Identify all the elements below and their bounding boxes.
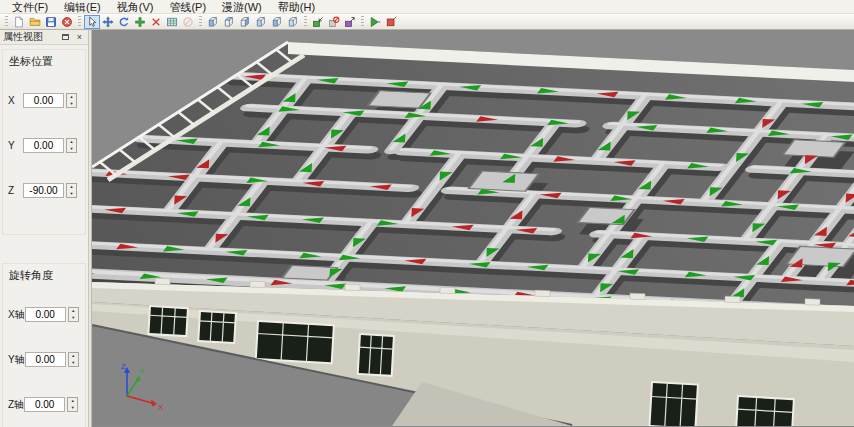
rotation-z-input-label: Z轴 (8, 398, 24, 412)
position-y-input-label: Y (8, 140, 23, 151)
group-title: 旋转角度 (9, 268, 83, 283)
export-model-icon[interactable] (342, 15, 358, 29)
import-model-icon[interactable] (310, 15, 326, 29)
main-area: 属性视图 × 坐标位置X▲▼Y▲▼Z▲▼旋转角度X轴▲▼Y轴▲▼Z轴▲▼ (0, 30, 854, 427)
position-z-input-spin-down[interactable]: ▼ (67, 191, 76, 198)
position-z-input[interactable] (23, 183, 64, 198)
menu-view[interactable]: 视角(V) (109, 0, 162, 14)
menu-file[interactable]: 文件(F) (4, 0, 56, 14)
group-title: 坐标位置 (9, 54, 83, 69)
field-row: X轴▲▼ (7, 307, 83, 322)
toolbar-grip[interactable] (304, 16, 307, 28)
rotation-y-input-spin-down[interactable]: ▼ (69, 360, 78, 367)
app-window: 文件(F)编辑(E)视角(V)管线(P)漫游(W)帮助(H) 属性视图 × 坐标… (0, 0, 854, 427)
properties-panel-title: 属性视图 (3, 30, 43, 44)
rotation-z-input-spin-down[interactable]: ▼ (68, 405, 77, 412)
menu-edit[interactable]: 编辑(E) (56, 0, 109, 14)
menu-pipeline[interactable]: 管线(P) (161, 0, 214, 14)
position-x-input-label: X (8, 95, 23, 106)
rotation-z-input[interactable] (24, 397, 65, 412)
axis-z-label: Z (121, 362, 126, 371)
viewport-3d[interactable]: Z Y X (92, 30, 854, 427)
view-cube-right-icon[interactable] (237, 15, 253, 29)
rotation-y-input-spinner: ▲▼ (68, 352, 79, 367)
toolbar-grip[interactable] (361, 16, 364, 28)
rotation-x-input[interactable] (25, 307, 66, 322)
panel-float-button[interactable] (60, 32, 71, 43)
menu-bar: 文件(F)编辑(E)视角(V)管线(P)漫游(W)帮助(H) (0, 0, 854, 14)
position-x-input-spinner: ▲▼ (66, 93, 77, 108)
rotation-x-input-spin-down[interactable]: ▼ (69, 315, 78, 322)
field-row: Z轴▲▼ (7, 397, 83, 412)
axis-y-label: Y (139, 367, 145, 376)
rotation-z-input-spinner: ▲▼ (67, 397, 78, 412)
panel-close-button[interactable]: × (74, 32, 85, 43)
menu-roam[interactable]: 漫游(W) (214, 0, 270, 14)
position-z-input-label: Z (8, 185, 23, 196)
axis-x-label: X (158, 403, 164, 412)
open-folder-icon[interactable] (27, 15, 43, 29)
field-row: Y轴▲▼ (7, 352, 83, 367)
new-file-icon[interactable] (11, 15, 27, 29)
close-red-icon[interactable] (59, 15, 75, 29)
properties-panel-body: 坐标位置X▲▼Y▲▼Z▲▼旋转角度X轴▲▼Y轴▲▼Z轴▲▼ (0, 45, 88, 427)
add-plus-icon[interactable] (132, 15, 148, 29)
delete-x-icon[interactable] (148, 15, 164, 29)
rotation-x-input-label: X轴 (8, 308, 25, 322)
save-icon[interactable] (43, 15, 59, 29)
position-y-input-spin-down[interactable]: ▼ (67, 146, 76, 153)
group-rotation-angle: 旋转角度X轴▲▼Y轴▲▼Z轴▲▼ (2, 263, 86, 427)
properties-panel-header: 属性视图 × (0, 30, 88, 45)
float-window-icon (62, 34, 69, 40)
move-icon[interactable] (100, 15, 116, 29)
view-cube-left-icon[interactable] (253, 15, 269, 29)
rotation-y-input[interactable] (25, 352, 66, 367)
field-row: X▲▼ (7, 93, 83, 108)
toolbar (0, 14, 854, 30)
position-x-input[interactable] (23, 93, 64, 108)
view-cube-front-icon[interactable] (205, 15, 221, 29)
position-y-input[interactable] (23, 138, 64, 153)
snapshot-grid-icon[interactable] (164, 15, 180, 29)
field-row: Y▲▼ (7, 138, 83, 153)
toolbar-grip[interactable] (199, 16, 202, 28)
position-x-input-spin-down[interactable]: ▼ (67, 101, 76, 108)
disabled-circle-icon[interactable] (180, 15, 196, 29)
remove-model-icon[interactable] (326, 15, 342, 29)
play-walkthrough-icon[interactable] (367, 15, 383, 29)
rotation-y-input-label: Y轴 (8, 353, 25, 367)
view-cube-top-icon[interactable] (221, 15, 237, 29)
stop-walkthrough-icon[interactable] (383, 15, 399, 29)
rotate-icon[interactable] (116, 15, 132, 29)
view-cube-back-icon[interactable] (269, 15, 285, 29)
rotation-x-input-spinner: ▲▼ (68, 307, 79, 322)
toolbar-grip[interactable] (5, 16, 8, 28)
properties-panel: 属性视图 × 坐标位置X▲▼Y▲▼Z▲▼旋转角度X轴▲▼Y轴▲▼Z轴▲▼ (0, 30, 89, 427)
select-arrow-icon[interactable] (84, 15, 100, 29)
menu-help[interactable]: 帮助(H) (270, 0, 323, 14)
toolbar-grip[interactable] (78, 16, 81, 28)
view-cube-iso-icon[interactable] (285, 15, 301, 29)
close-icon: × (77, 32, 82, 42)
field-row: Z▲▼ (7, 183, 83, 198)
position-z-input-spinner: ▲▼ (66, 183, 77, 198)
group-coordinate-position: 坐标位置X▲▼Y▲▼Z▲▼ (2, 49, 86, 235)
position-y-input-spinner: ▲▼ (66, 138, 77, 153)
